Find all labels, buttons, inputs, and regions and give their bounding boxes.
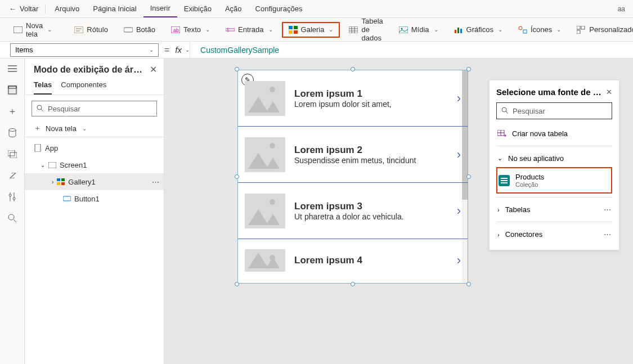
ds-connectors-section[interactable]: ›Conectores ⋯ [496, 226, 612, 243]
more-icon[interactable]: ⋯ [604, 205, 611, 214]
menu-inserir[interactable]: Inserir [143, 0, 177, 17]
tab-telas[interactable]: Telas [34, 80, 52, 95]
media-icon [399, 25, 408, 34]
chevron-right-icon[interactable]: › [457, 253, 461, 268]
menu-configuracoes[interactable]: Configurações [249, 0, 309, 17]
svg-rect-12 [294, 30, 298, 34]
rail-add-icon[interactable]: ＋ [7, 106, 18, 117]
image-placeholder-icon [245, 194, 285, 228]
collection-icon [499, 175, 510, 186]
more-icon[interactable]: ⋯ [152, 178, 159, 186]
ds-item-type: Coleção [515, 181, 544, 188]
ribbon-graficos[interactable]: Gráficos⌄ [447, 22, 509, 38]
ds-tables-section[interactable]: ›Tabelas ⋯ [496, 201, 612, 218]
back-button[interactable]: ← Voltar [5, 5, 43, 13]
rail-hamburger-icon[interactable] [7, 63, 18, 74]
formula-input[interactable]: CustomGallerySample [190, 42, 633, 58]
rail-media-icon[interactable] [7, 149, 18, 160]
close-icon[interactable]: ✕ [150, 64, 157, 75]
item-title: Lorem ipsum 2 [294, 145, 416, 156]
ribbon-tabela-de-dados[interactable]: Tabela de dados [342, 14, 389, 46]
plus-icon: ＋ [34, 123, 41, 133]
tree-node-screen1[interactable]: ⌄ Screen1 [25, 156, 164, 173]
table-plus-icon [497, 130, 506, 138]
gallery-item[interactable]: Lorem ipsum 3Ut pharetra a dolor ac vehi… [238, 183, 468, 239]
chevron-down-icon[interactable]: ⌄ [185, 47, 190, 53]
svg-rect-9 [289, 26, 293, 29]
svg-rect-4 [124, 28, 133, 32]
tree-node-gallery1[interactable]: › Gallery1 ⋯ [25, 173, 164, 190]
icons-icon [518, 25, 527, 34]
gallery-icon [57, 178, 65, 185]
property-selector[interactable]: Items ⌄ [10, 43, 159, 57]
ribbon-personalizado[interactable]: Personalizado⌄ [570, 22, 633, 38]
label-icon [74, 25, 83, 34]
svg-rect-20 [455, 30, 456, 33]
item-title: Lorem ipsum 3 [294, 201, 404, 212]
svg-rect-27 [577, 30, 580, 34]
ribbon-midia[interactable]: Mídia⌄ [392, 22, 445, 38]
svg-rect-7 [226, 29, 235, 31]
ds-item-products[interactable]: Products Coleção [496, 167, 612, 194]
rail-advanced-icon[interactable] [7, 191, 18, 203]
ribbon-galeria[interactable]: Galeria⌄ [282, 22, 340, 38]
chevron-right-icon: › [497, 231, 500, 238]
rail-tree-icon[interactable] [7, 84, 18, 96]
ribbon-rotulo[interactable]: Rótulo [68, 22, 115, 38]
ds-in-app-section[interactable]: ⌄ No seu aplicativo [496, 150, 612, 167]
chevron-right-icon[interactable]: › [457, 204, 461, 218]
ds-item-name: Products [515, 173, 544, 181]
ribbon-icones[interactable]: Ícones⌄ [511, 22, 568, 38]
rail-search-icon[interactable] [7, 213, 18, 224]
ribbon-texto[interactable]: abTexto⌄ [164, 22, 217, 38]
chevron-right-icon[interactable]: › [457, 147, 461, 162]
text-icon: ab [171, 25, 180, 34]
svg-text:ab: ab [173, 28, 179, 33]
datasource-panel: Selecione uma fonte de … ✕ Pesquisar Cri… [489, 80, 619, 250]
search-icon [37, 105, 44, 113]
image-placeholder-icon [245, 137, 285, 172]
more-icon[interactable]: ⋯ [604, 230, 611, 239]
ribbon-entrada[interactable]: Entrada⌄ [219, 22, 280, 38]
gallery-item[interactable]: Lorem ipsum 2Suspendisse enim metus, tin… [238, 127, 468, 183]
svg-rect-11 [289, 30, 293, 34]
tree-search-input[interactable]: Pesquisar [32, 101, 157, 116]
menu-arquivo[interactable]: Arquivo [48, 0, 86, 17]
app-icon [34, 144, 42, 152]
svg-rect-32 [8, 86, 16, 88]
svg-point-19 [401, 28, 402, 29]
ds-create-table[interactable]: Criar nova tabela [496, 125, 612, 142]
svg-point-51 [502, 107, 506, 112]
item-title: Lorem ipsum 4 [294, 255, 362, 266]
tree-node-button1[interactable]: Button1 [25, 190, 164, 207]
svg-rect-49 [61, 182, 65, 185]
gallery-item[interactable]: Lorem ipsum 1Lorem ipsum dolor sit amet,… [238, 70, 468, 127]
svg-rect-46 [57, 178, 60, 181]
chevron-down-icon: ⌄ [149, 47, 154, 53]
ribbon-botao[interactable]: Botão [117, 22, 162, 38]
rail-data-icon[interactable] [7, 127, 18, 138]
custom-icon [577, 25, 586, 34]
ribbon-nova-tela[interactable]: Nova tela⌄ [7, 18, 59, 42]
ds-search-input[interactable]: Pesquisar [496, 102, 612, 119]
tab-componentes[interactable]: Componentes [61, 80, 106, 95]
screen-icon [48, 162, 56, 168]
svg-point-40 [8, 214, 14, 220]
svg-line-41 [14, 219, 16, 222]
rail-variables-icon[interactable]: 𝛧 [7, 170, 18, 181]
tree-title: Modo de exibição de ár… [34, 65, 142, 75]
svg-point-39 [13, 197, 15, 200]
menu-acao[interactable]: Ação [218, 0, 249, 17]
new-screen-button[interactable]: ＋ Nova tela ⌄ [25, 120, 164, 137]
menu-exibicao[interactable]: Exibição [177, 0, 218, 17]
chevron-down-icon: ⌄ [205, 26, 210, 33]
close-icon[interactable]: ✕ [606, 88, 612, 96]
gallery-item[interactable]: Lorem ipsum 4 › [238, 239, 468, 282]
chevron-right-icon[interactable]: › [457, 91, 461, 106]
canvas-gallery[interactable]: ✎ Lorem ipsum 1Lorem ipsum dolor sit ame… [237, 70, 468, 284]
svg-rect-10 [294, 26, 298, 29]
chevron-down-icon: ⌄ [47, 26, 52, 33]
menu-pagina-inicial[interactable]: Página Inicial [86, 0, 143, 17]
tree-node-app[interactable]: App [25, 140, 164, 156]
svg-rect-22 [460, 29, 462, 33]
